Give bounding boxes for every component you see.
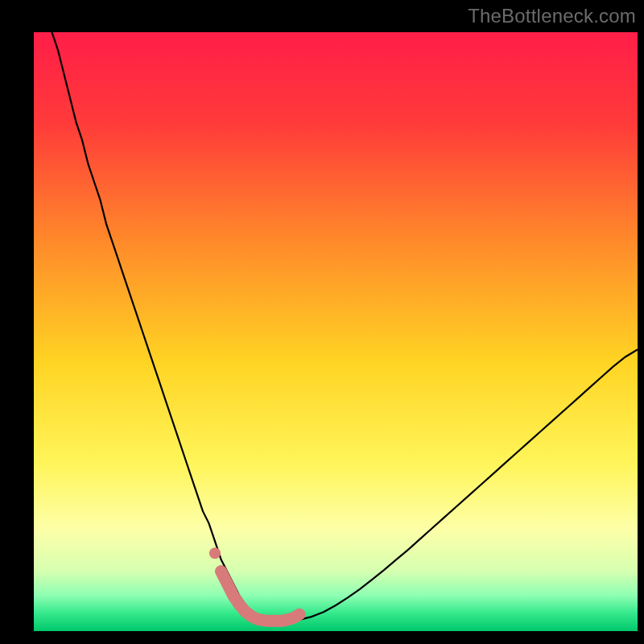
- highlight-dot: [209, 547, 221, 559]
- outer-frame: TheBottleneck.com: [0, 0, 644, 644]
- watermark-text: TheBottleneck.com: [468, 5, 636, 27]
- bottleneck-chart: [34, 32, 638, 631]
- chart-background: [34, 32, 638, 631]
